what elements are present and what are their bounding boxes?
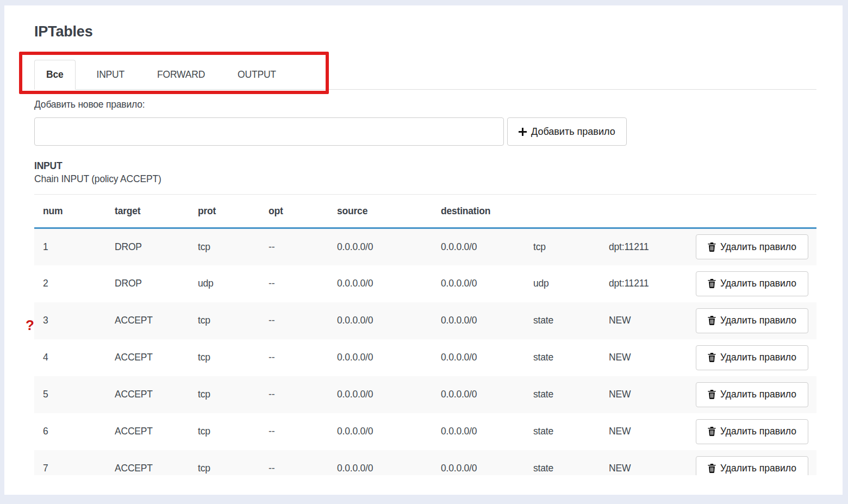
cell-match: udp xyxy=(525,265,600,302)
chain-name: INPUT xyxy=(34,160,816,172)
cell-opt: -- xyxy=(260,228,328,265)
table-row: 6 ACCEPT tcp -- 0.0.0.0/0 0.0.0.0/0 stat… xyxy=(34,413,816,450)
cell-prot: tcp xyxy=(189,376,260,413)
cell-destination: 0.0.0.0/0 xyxy=(432,302,525,339)
delete-rule-button[interactable]: Удалить правило xyxy=(696,234,808,259)
cell-opt: -- xyxy=(260,339,328,376)
trash-icon xyxy=(708,390,716,399)
cell-target: ACCEPT xyxy=(106,302,189,339)
cell-source: 0.0.0.0/0 xyxy=(328,450,432,476)
delete-rule-button[interactable]: Удалить правило xyxy=(696,271,808,296)
cell-prot: udp xyxy=(189,265,260,302)
trash-icon xyxy=(708,464,716,473)
cell-opt: -- xyxy=(260,302,328,339)
cell-source: 0.0.0.0/0 xyxy=(328,376,432,413)
cell-num: 4 xyxy=(34,339,106,376)
cell-detail: NEW xyxy=(600,302,687,339)
cell-detail: NEW xyxy=(600,413,687,450)
new-rule-input[interactable] xyxy=(34,117,504,146)
cell-detail: NEW xyxy=(600,376,687,413)
cell-destination: 0.0.0.0/0 xyxy=(432,339,525,376)
delete-rule-button[interactable]: Удалить правило xyxy=(696,345,808,370)
delete-rule-button-label: Удалить правило xyxy=(720,241,796,253)
trash-icon xyxy=(708,427,716,436)
delete-rule-button-label: Удалить правило xyxy=(720,426,796,437)
cell-num: 3 xyxy=(34,302,106,339)
table-row: 5 ACCEPT tcp -- 0.0.0.0/0 0.0.0.0/0 stat… xyxy=(34,376,816,413)
cell-num: 7 xyxy=(34,450,106,476)
tab-all[interactable]: Все xyxy=(34,60,76,90)
cell-match: state xyxy=(525,302,600,339)
cell-detail: NEW xyxy=(600,339,687,376)
delete-rule-button-label: Удалить правило xyxy=(720,352,796,363)
cell-target: DROP xyxy=(106,228,189,265)
col-header-prot: prot xyxy=(189,195,260,228)
cell-destination: 0.0.0.0/0 xyxy=(432,413,525,450)
tab-input[interactable]: INPUT xyxy=(85,60,136,89)
add-rule-form: Добавить правило xyxy=(34,117,816,146)
cell-destination: 0.0.0.0/0 xyxy=(432,265,525,302)
delete-rule-button[interactable]: Удалить правило xyxy=(696,456,808,476)
cell-match: state xyxy=(525,413,600,450)
cell-target: ACCEPT xyxy=(106,450,189,476)
add-rule-button-label: Добавить правило xyxy=(531,126,615,138)
cell-prot: tcp xyxy=(189,339,260,376)
cell-opt: -- xyxy=(260,376,328,413)
tab-output[interactable]: OUTPUT xyxy=(226,60,288,89)
delete-rule-button-label: Удалить правило xyxy=(720,463,796,474)
cell-actions: Удалить правило xyxy=(687,302,816,339)
iptables-card: IPTables Все INPUT FORWARD OUTPUT Добави… xyxy=(4,5,843,495)
add-rule-button[interactable]: Добавить правило xyxy=(507,117,627,146)
cell-opt: -- xyxy=(260,265,328,302)
table-row: 2 DROP udp -- 0.0.0.0/0 0.0.0.0/0 udp dp… xyxy=(34,265,816,302)
cell-target: ACCEPT xyxy=(106,376,189,413)
cell-actions: Удалить правило xyxy=(687,376,816,413)
trash-icon xyxy=(708,353,716,362)
cell-num: 2 xyxy=(34,265,106,302)
cell-target: DROP xyxy=(106,265,189,302)
cell-destination: 0.0.0.0/0 xyxy=(432,228,525,265)
cell-opt: -- xyxy=(260,413,328,450)
delete-rule-button-label: Удалить правило xyxy=(720,389,796,400)
cell-detail: NEW xyxy=(600,450,687,476)
cell-detail: dpt:11211 xyxy=(600,265,687,302)
cell-match: tcp xyxy=(525,228,600,265)
cell-source: 0.0.0.0/0 xyxy=(328,228,432,265)
cell-actions: Удалить правило xyxy=(687,339,816,376)
col-header-num: num xyxy=(34,195,106,228)
table-row: 3 ACCEPT tcp -- 0.0.0.0/0 0.0.0.0/0 stat… xyxy=(34,302,816,339)
delete-rule-button[interactable]: Удалить правило xyxy=(696,419,808,444)
cell-actions: Удалить правило xyxy=(687,265,816,302)
cell-target: ACCEPT xyxy=(106,413,189,450)
cell-target: ACCEPT xyxy=(106,339,189,376)
trash-icon xyxy=(708,242,716,252)
cell-actions: Удалить правило xyxy=(687,450,816,476)
tab-bar: Все INPUT FORWARD OUTPUT xyxy=(34,60,816,90)
table-row: 7 ACCEPT tcp -- 0.0.0.0/0 0.0.0.0/0 stat… xyxy=(34,450,816,476)
cell-prot: tcp xyxy=(189,450,260,476)
col-header-actions xyxy=(687,195,816,228)
rules-table-container: num target prot opt source destination 1 xyxy=(34,194,816,475)
col-header-match xyxy=(525,195,600,228)
delete-rule-button[interactable]: Удалить правило xyxy=(696,308,808,333)
rules-table: num target prot opt source destination 1 xyxy=(34,194,816,475)
delete-rule-button-label: Удалить правило xyxy=(720,315,796,326)
cell-actions: Удалить правило xyxy=(687,228,816,265)
delete-rule-button-label: Удалить правило xyxy=(720,278,796,289)
cell-prot: tcp xyxy=(189,302,260,339)
table-header-row: num target prot opt source destination xyxy=(34,195,816,228)
cell-destination: 0.0.0.0/0 xyxy=(432,376,525,413)
cell-source: 0.0.0.0/0 xyxy=(328,302,432,339)
table-row: 1 DROP tcp -- 0.0.0.0/0 0.0.0.0/0 tcp dp… xyxy=(34,228,816,265)
cell-prot: tcp xyxy=(189,228,260,265)
plus-icon xyxy=(519,128,527,136)
delete-rule-button[interactable]: Удалить правило xyxy=(696,382,808,407)
cell-prot: tcp xyxy=(189,413,260,450)
col-header-source: source xyxy=(328,195,432,228)
cell-source: 0.0.0.0/0 xyxy=(328,265,432,302)
cell-match: state xyxy=(525,376,600,413)
trash-icon xyxy=(708,316,716,325)
page: IPTables Все INPUT FORWARD OUTPUT Добави… xyxy=(0,0,848,504)
cell-match: state xyxy=(525,339,600,376)
tab-forward[interactable]: FORWARD xyxy=(146,60,216,89)
